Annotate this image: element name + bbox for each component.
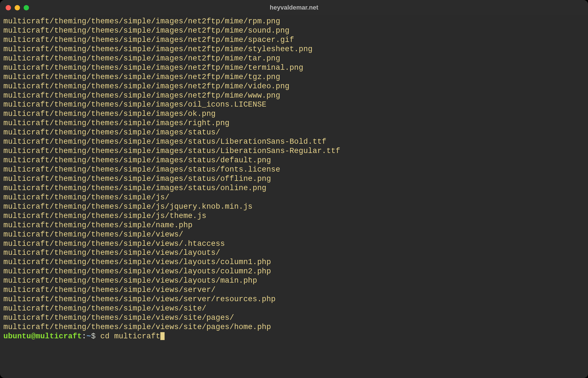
output-line: multicraft/theming/themes/simple/name.ph…: [3, 221, 585, 230]
output-line: multicraft/theming/themes/simple/views/l…: [3, 258, 585, 267]
prompt-path: ~: [86, 332, 91, 341]
maximize-icon[interactable]: [24, 5, 29, 10]
prompt-command[interactable]: cd multicraft: [100, 332, 160, 341]
output-line: multicraft/theming/themes/simple/images/…: [3, 63, 585, 73]
output-line: multicraft/theming/themes/simple/images/…: [3, 119, 585, 128]
output-line: multicraft/theming/themes/simple/images/…: [3, 109, 585, 119]
output-line: multicraft/theming/themes/simple/views/l…: [3, 276, 585, 285]
output-line: multicraft/theming/themes/simple/images/…: [3, 165, 585, 174]
output-line: multicraft/theming/themes/simple/images/…: [3, 147, 585, 156]
output-line: multicraft/theming/themes/simple/views/: [3, 230, 585, 239]
titlebar: heyvaldemar.net: [0, 0, 588, 15]
output-line: multicraft/theming/themes/simple/images/…: [3, 100, 585, 109]
output-line: multicraft/theming/themes/simple/images/…: [3, 128, 585, 137]
traffic-lights: [6, 5, 29, 10]
output-line: multicraft/theming/themes/simple/images/…: [3, 26, 585, 35]
output-line: multicraft/theming/themes/simple/images/…: [3, 73, 585, 82]
output-line: multicraft/theming/themes/simple/views/.…: [3, 239, 585, 249]
prompt-user-host: ubuntu@multicraft: [3, 332, 82, 341]
terminal-output: multicraft/theming/themes/simple/images/…: [3, 17, 585, 332]
output-line: multicraft/theming/themes/simple/images/…: [3, 156, 585, 165]
output-line: multicraft/theming/themes/simple/views/s…: [3, 295, 585, 304]
prompt-dollar: $: [91, 332, 100, 341]
output-line: multicraft/theming/themes/simple/views/s…: [3, 304, 585, 313]
output-line: multicraft/theming/themes/simple/images/…: [3, 91, 585, 100]
output-line: multicraft/theming/themes/simple/js/them…: [3, 212, 585, 221]
minimize-icon[interactable]: [15, 5, 20, 10]
output-line: multicraft/theming/themes/simple/images/…: [3, 35, 585, 45]
cursor-icon: [160, 332, 165, 340]
output-line: multicraft/theming/themes/simple/images/…: [3, 174, 585, 184]
output-line: multicraft/theming/themes/simple/images/…: [3, 45, 585, 54]
output-line: multicraft/theming/themes/simple/views/l…: [3, 248, 585, 258]
terminal-body[interactable]: multicraft/theming/themes/simple/images/…: [0, 15, 588, 378]
output-line: multicraft/theming/themes/simple/views/l…: [3, 267, 585, 276]
output-line: multicraft/theming/themes/simple/images/…: [3, 137, 585, 147]
prompt-line: ubuntu@multicraft:~$ cd multicraft: [3, 332, 165, 341]
output-line: multicraft/theming/themes/simple/js/: [3, 193, 585, 202]
window-title: heyvaldemar.net: [0, 4, 588, 11]
output-line: multicraft/theming/themes/simple/images/…: [3, 17, 585, 26]
output-line: multicraft/theming/themes/simple/images/…: [3, 82, 585, 91]
output-line: multicraft/theming/themes/simple/views/s…: [3, 285, 585, 295]
prompt-colon: :: [82, 332, 86, 341]
terminal-window: heyvaldemar.net multicraft/theming/theme…: [0, 0, 588, 378]
output-line: multicraft/theming/themes/simple/images/…: [3, 184, 585, 193]
output-line: multicraft/theming/themes/simple/views/s…: [3, 323, 585, 332]
close-icon[interactable]: [6, 5, 11, 10]
output-line: multicraft/theming/themes/simple/images/…: [3, 54, 585, 63]
output-line: multicraft/theming/themes/simple/js/jque…: [3, 202, 585, 212]
output-line: multicraft/theming/themes/simple/views/s…: [3, 313, 585, 323]
